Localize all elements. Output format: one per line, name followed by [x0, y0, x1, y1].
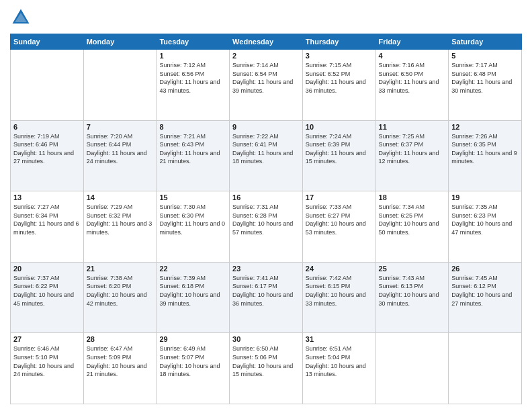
- day-info: Sunrise: 7:42 AM Sunset: 6:15 PM Dayligh…: [306, 274, 373, 308]
- day-info: Sunrise: 7:35 AM Sunset: 6:23 PM Dayligh…: [451, 203, 519, 236]
- day-number: 17: [306, 193, 373, 201]
- calendar-week-row: 1Sunrise: 7:12 AM Sunset: 6:56 PM Daylig…: [11, 50, 522, 121]
- day-info: Sunrise: 7:38 AM Sunset: 6:20 PM Dayligh…: [87, 274, 154, 308]
- day-number: 12: [451, 123, 519, 131]
- day-info: Sunrise: 7:22 AM Sunset: 6:41 PM Dayligh…: [232, 132, 300, 166]
- calendar-cell: 18Sunrise: 7:34 AM Sunset: 6:25 PM Dayli…: [375, 191, 449, 263]
- calendar-cell: 8Sunrise: 7:21 AM Sunset: 6:43 PM Daylig…: [157, 120, 230, 191]
- page: SundayMondayTuesdayWednesdayThursdayFrid…: [0, 0, 532, 411]
- calendar-cell: [449, 333, 522, 404]
- day-info: Sunrise: 7:14 AM Sunset: 6:54 PM Dayligh…: [232, 61, 300, 95]
- day-number: 27: [13, 335, 81, 343]
- calendar-cell: 29Sunrise: 6:49 AM Sunset: 5:07 PM Dayli…: [157, 333, 230, 404]
- day-number: 18: [379, 193, 446, 201]
- day-number: 22: [159, 265, 226, 273]
- day-info: Sunrise: 7:12 AM Sunset: 6:56 PM Dayligh…: [159, 61, 226, 95]
- day-number: 9: [232, 123, 300, 131]
- weekday-header: Sunday: [11, 34, 84, 50]
- calendar-cell: 31Sunrise: 6:51 AM Sunset: 5:04 PM Dayli…: [302, 333, 375, 404]
- day-number: 19: [451, 193, 519, 201]
- day-number: 21: [87, 265, 154, 273]
- calendar-cell: 16Sunrise: 7:31 AM Sunset: 6:28 PM Dayli…: [230, 191, 303, 263]
- weekday-header: Tuesday: [157, 34, 230, 50]
- calendar-cell: 2Sunrise: 7:14 AM Sunset: 6:54 PM Daylig…: [230, 50, 303, 121]
- day-number: 4: [379, 52, 446, 60]
- day-number: 25: [379, 265, 446, 273]
- calendar-cell: [375, 333, 449, 404]
- day-number: 10: [306, 123, 373, 131]
- day-number: 11: [379, 123, 446, 131]
- calendar-cell: 30Sunrise: 6:50 AM Sunset: 5:06 PM Dayli…: [230, 333, 303, 404]
- calendar-week-row: 20Sunrise: 7:37 AM Sunset: 6:22 PM Dayli…: [11, 262, 522, 333]
- day-number: 1: [159, 52, 226, 60]
- day-number: 16: [232, 193, 300, 201]
- calendar-cell: 15Sunrise: 7:30 AM Sunset: 6:30 PM Dayli…: [157, 191, 230, 263]
- calendar-cell: 4Sunrise: 7:16 AM Sunset: 6:50 PM Daylig…: [375, 50, 449, 121]
- day-number: 13: [13, 193, 81, 201]
- calendar-cell: 12Sunrise: 7:26 AM Sunset: 6:35 PM Dayli…: [449, 120, 522, 191]
- day-number: 6: [13, 123, 81, 131]
- day-info: Sunrise: 7:39 AM Sunset: 6:18 PM Dayligh…: [159, 274, 226, 308]
- day-info: Sunrise: 7:41 AM Sunset: 6:17 PM Dayligh…: [232, 274, 300, 308]
- day-info: Sunrise: 7:33 AM Sunset: 6:27 PM Dayligh…: [306, 203, 373, 236]
- calendar-cell: 7Sunrise: 7:20 AM Sunset: 6:44 PM Daylig…: [83, 120, 157, 191]
- day-info: Sunrise: 7:30 AM Sunset: 6:30 PM Dayligh…: [159, 203, 226, 236]
- day-info: Sunrise: 7:29 AM Sunset: 6:32 PM Dayligh…: [87, 203, 154, 236]
- calendar-cell: 27Sunrise: 6:46 AM Sunset: 5:10 PM Dayli…: [11, 333, 84, 404]
- calendar-cell: 1Sunrise: 7:12 AM Sunset: 6:56 PM Daylig…: [157, 50, 230, 121]
- weekday-header-row: SundayMondayTuesdayWednesdayThursdayFrid…: [11, 34, 522, 50]
- day-info: Sunrise: 7:16 AM Sunset: 6:50 PM Dayligh…: [379, 61, 446, 95]
- calendar-cell: 26Sunrise: 7:45 AM Sunset: 6:12 PM Dayli…: [449, 262, 522, 333]
- calendar-cell: 24Sunrise: 7:42 AM Sunset: 6:15 PM Dayli…: [302, 262, 375, 333]
- day-number: 7: [87, 123, 154, 131]
- day-number: 30: [232, 335, 300, 343]
- day-number: 31: [306, 335, 373, 343]
- calendar-week-row: 13Sunrise: 7:27 AM Sunset: 6:34 PM Dayli…: [11, 191, 522, 263]
- day-info: Sunrise: 6:50 AM Sunset: 5:06 PM Dayligh…: [232, 345, 300, 378]
- calendar-cell: 28Sunrise: 6:47 AM Sunset: 5:09 PM Dayli…: [83, 333, 157, 404]
- calendar-week-row: 6Sunrise: 7:19 AM Sunset: 6:46 PM Daylig…: [11, 120, 522, 191]
- day-number: 29: [159, 335, 226, 343]
- day-info: Sunrise: 7:21 AM Sunset: 6:43 PM Dayligh…: [159, 132, 226, 166]
- calendar-week-row: 27Sunrise: 6:46 AM Sunset: 5:10 PM Dayli…: [11, 333, 522, 404]
- calendar-cell: [83, 50, 157, 121]
- calendar-cell: 21Sunrise: 7:38 AM Sunset: 6:20 PM Dayli…: [83, 262, 157, 333]
- calendar-cell: 14Sunrise: 7:29 AM Sunset: 6:32 PM Dayli…: [83, 191, 157, 263]
- calendar-cell: [11, 50, 84, 121]
- day-info: Sunrise: 6:46 AM Sunset: 5:10 PM Dayligh…: [13, 345, 81, 378]
- day-info: Sunrise: 6:47 AM Sunset: 5:09 PM Dayligh…: [87, 345, 154, 378]
- logo: [10, 7, 34, 28]
- calendar-cell: 22Sunrise: 7:39 AM Sunset: 6:18 PM Dayli…: [157, 262, 230, 333]
- day-number: 15: [159, 193, 226, 201]
- calendar-cell: 11Sunrise: 7:25 AM Sunset: 6:37 PM Dayli…: [375, 120, 449, 191]
- day-number: 23: [232, 265, 300, 273]
- day-number: 3: [306, 52, 373, 60]
- day-number: 24: [306, 265, 373, 273]
- calendar-cell: 9Sunrise: 7:22 AM Sunset: 6:41 PM Daylig…: [230, 120, 303, 191]
- day-info: Sunrise: 7:31 AM Sunset: 6:28 PM Dayligh…: [232, 203, 300, 236]
- calendar-cell: 5Sunrise: 7:17 AM Sunset: 6:48 PM Daylig…: [449, 50, 522, 121]
- calendar-cell: 6Sunrise: 7:19 AM Sunset: 6:46 PM Daylig…: [11, 120, 84, 191]
- day-info: Sunrise: 7:43 AM Sunset: 6:13 PM Dayligh…: [379, 274, 446, 308]
- calendar-cell: 23Sunrise: 7:41 AM Sunset: 6:17 PM Dayli…: [230, 262, 303, 333]
- weekday-header: Saturday: [449, 34, 522, 50]
- day-number: 5: [451, 52, 519, 60]
- weekday-header: Wednesday: [230, 34, 303, 50]
- header: [10, 7, 522, 28]
- day-number: 8: [159, 123, 226, 131]
- calendar-cell: 10Sunrise: 7:24 AM Sunset: 6:39 PM Dayli…: [302, 120, 375, 191]
- calendar-cell: 13Sunrise: 7:27 AM Sunset: 6:34 PM Dayli…: [11, 191, 84, 263]
- day-info: Sunrise: 7:17 AM Sunset: 6:48 PM Dayligh…: [451, 61, 519, 95]
- day-info: Sunrise: 7:19 AM Sunset: 6:46 PM Dayligh…: [13, 132, 81, 166]
- weekday-header: Friday: [375, 34, 449, 50]
- day-number: 20: [13, 265, 81, 273]
- calendar-cell: 19Sunrise: 7:35 AM Sunset: 6:23 PM Dayli…: [449, 191, 522, 263]
- day-info: Sunrise: 6:51 AM Sunset: 5:04 PM Dayligh…: [306, 345, 373, 378]
- weekday-header: Monday: [83, 34, 157, 50]
- day-info: Sunrise: 7:15 AM Sunset: 6:52 PM Dayligh…: [306, 61, 373, 95]
- calendar-cell: 20Sunrise: 7:37 AM Sunset: 6:22 PM Dayli…: [11, 262, 84, 333]
- day-info: Sunrise: 7:37 AM Sunset: 6:22 PM Dayligh…: [13, 274, 81, 308]
- day-info: Sunrise: 7:25 AM Sunset: 6:37 PM Dayligh…: [379, 132, 446, 166]
- day-number: 28: [87, 335, 154, 343]
- day-number: 2: [232, 52, 300, 60]
